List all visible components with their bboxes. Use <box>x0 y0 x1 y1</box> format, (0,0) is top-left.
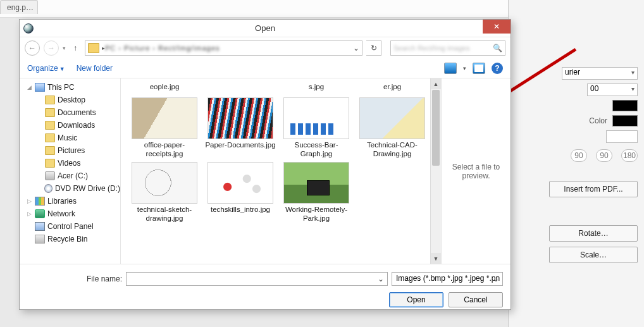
tree-label: Network <box>47 209 75 218</box>
preview-pane-toggle[interactable] <box>473 63 485 74</box>
numeric-spinner[interactable] <box>606 130 638 143</box>
tree-item[interactable]: ◢This PC <box>20 81 120 94</box>
dialog-toolbar: Organize▼ New folder ▾ ? <box>20 59 511 78</box>
dialog-footer: File name: Images (*.bmp *.jpg *.jpeg *.… <box>20 264 511 314</box>
file-list[interactable]: eople.jpgs.jpger.jpg office-paper-receip… <box>121 78 441 264</box>
search-input[interactable]: Search Rect/Img images 🔍 <box>390 40 505 56</box>
file-item[interactable]: technical-sketch-drawing.jpg <box>127 162 202 223</box>
rotate-button[interactable]: Rotate… <box>549 225 638 242</box>
file-item[interactable]: Paper-Documents.jpg <box>203 97 278 158</box>
file-thumbnail <box>359 97 425 139</box>
rotate-left-90[interactable]: 90 <box>571 149 587 162</box>
tree-item[interactable]: ▷Network <box>20 207 120 220</box>
file-thumbnail <box>283 162 349 204</box>
tree-item[interactable]: Downloads <box>20 119 120 132</box>
file-item[interactable]: Technical-CAD-Drawing.jpg <box>355 97 430 158</box>
file-thumbnail <box>132 97 197 139</box>
filter-value: Images (*.bmp *.jpg *.jpeg *.pn <box>396 274 500 283</box>
breadcrumb: PC › Picture › Rect/Img/images <box>105 44 220 52</box>
file-caption: Paper-Documents.jpg <box>203 140 278 149</box>
rotate-right-90[interactable]: 90 <box>596 149 612 162</box>
file-item[interactable]: Working-Remotely-Park.jpg <box>279 162 354 223</box>
tree-item[interactable]: Control Panel <box>20 220 120 233</box>
disc-icon <box>44 184 53 193</box>
file-item[interactable]: office-paper-receipts.jpg <box>127 97 202 158</box>
fill-color-swatch[interactable] <box>612 100 638 111</box>
scroll-down-icon[interactable]: ▼ <box>431 253 441 264</box>
open-button[interactable]: Open <box>389 292 443 307</box>
scrollbar[interactable]: ▲ ▼ <box>430 78 441 264</box>
up-button[interactable]: ↑ <box>70 44 81 52</box>
tree-item[interactable]: ▷Libraries <box>20 195 120 207</box>
folder-icon <box>45 96 55 104</box>
search-icon: 🔍 <box>493 44 502 52</box>
tree-item[interactable]: Documents <box>20 106 120 119</box>
file-item[interactable] <box>203 81 278 91</box>
tree-label: Documents <box>58 108 96 117</box>
file-item[interactable]: Success-Bar-Graph.jpg <box>279 97 354 158</box>
new-folder-button[interactable]: New folder <box>77 64 113 73</box>
file-thumbnail <box>207 162 273 204</box>
scale-button[interactable]: Scale… <box>549 247 638 263</box>
arrow-up-icon: ↑ <box>73 44 77 52</box>
file-item[interactable]: eople.jpg <box>127 81 202 91</box>
insert-from-pdf-button[interactable]: Insert from PDF... <box>549 181 638 197</box>
file-caption: office-paper-receipts.jpg <box>127 140 202 158</box>
organize-menu[interactable]: Organize▼ <box>27 64 65 73</box>
tree-item[interactable]: Recycle Bin <box>20 233 120 245</box>
font-dropdown[interactable]: urier <box>562 67 638 80</box>
close-icon: ✕ <box>493 22 500 31</box>
tree-label: This PC <box>47 83 75 92</box>
expand-icon[interactable]: ◢ <box>27 84 32 90</box>
document-tab[interactable]: eng.p… <box>0 0 38 14</box>
address-bar[interactable]: ▸ PC › Picture › Rect/Img/images ⌄ <box>85 40 362 56</box>
scroll-up-icon[interactable]: ▲ <box>431 78 441 89</box>
file-caption: techskills_intro.jpg <box>203 205 278 214</box>
forward-button[interactable]: → <box>44 40 59 56</box>
file-caption: Working-Remotely-Park.jpg <box>279 205 354 223</box>
tree-item[interactable]: Acer (C:) <box>20 170 120 182</box>
properties-panel: urier 00 Color 90 90 180 Insert from PDF… <box>508 0 644 327</box>
filename-input[interactable] <box>126 272 388 286</box>
folder-tree[interactable]: ◢This PCDesktopDocumentsDownloadsMusicPi… <box>20 78 121 264</box>
nav-bar: ← → ▾ ↑ ▸ PC › Picture › Rect/Img/images… <box>20 37 511 59</box>
tree-label: Videos <box>58 159 80 168</box>
folder-icon <box>45 159 55 168</box>
file-thumbnail <box>283 97 349 139</box>
expand-icon[interactable]: ▷ <box>27 198 32 204</box>
pc-icon <box>35 83 45 92</box>
size-value: 00 <box>590 84 598 93</box>
tree-label: Libraries <box>47 197 77 206</box>
open-file-dialog: Open ✕ ← → ▾ ↑ ▸ PC › Picture › Rect/Img… <box>19 19 511 310</box>
dialog-title: Open <box>20 23 511 33</box>
tree-label: Acer (C:) <box>58 171 88 180</box>
file-caption: s.jpg <box>279 82 354 91</box>
tree-item[interactable]: Desktop <box>20 94 120 106</box>
tree-item[interactable]: DVD RW Drive (D:) <box>20 182 120 195</box>
rotate-180[interactable]: 180 <box>621 149 638 162</box>
view-mode-button[interactable] <box>444 63 457 74</box>
file-item[interactable]: er.jpg <box>355 81 430 91</box>
stroke-color-swatch[interactable] <box>612 115 638 126</box>
chevron-down-icon[interactable]: ⌄ <box>353 44 359 52</box>
file-item[interactable]: s.jpg <box>279 81 354 91</box>
close-button[interactable]: ✕ <box>483 20 511 34</box>
cancel-button[interactable]: Cancel <box>449 292 503 307</box>
preview-hint: Select a file to preview. <box>447 163 505 180</box>
font-value: urier <box>565 68 580 77</box>
arrow-right-icon: → <box>47 44 55 52</box>
file-item[interactable]: techskills_intro.jpg <box>203 162 278 223</box>
size-dropdown[interactable]: 00 <box>587 83 638 96</box>
refresh-button[interactable]: ↻ <box>366 40 381 56</box>
file-thumbnail <box>207 97 273 139</box>
back-button[interactable]: ← <box>25 40 40 56</box>
tree-item[interactable]: Pictures <box>20 144 120 157</box>
expand-icon[interactable]: ▷ <box>27 211 32 217</box>
help-button[interactable]: ? <box>492 63 503 74</box>
dialog-titlebar[interactable]: Open ✕ <box>20 20 511 37</box>
tree-item[interactable]: Videos <box>20 157 120 170</box>
file-type-filter[interactable]: Images (*.bmp *.jpg *.jpeg *.pn <box>392 272 503 286</box>
tree-item[interactable]: Music <box>20 132 120 144</box>
tree-label: DVD RW Drive (D:) <box>55 184 120 193</box>
scrollbar-thumb[interactable] <box>432 90 440 166</box>
